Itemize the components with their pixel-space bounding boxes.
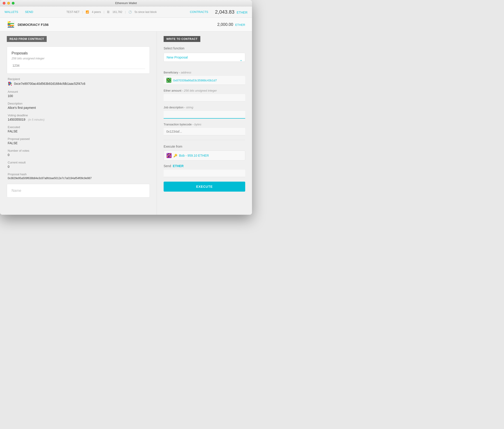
executed-label: Executed (8, 125, 149, 129)
beneficiary-field-group: Beneficiary - address (164, 71, 245, 85)
proposals-input[interactable] (12, 62, 145, 69)
voting-deadline-value: 1450355019 (in 5 minutes) (8, 118, 149, 121)
window-controls (3, 2, 15, 5)
peers-count: 4 peers (92, 10, 101, 14)
svg-rect-19 (11, 83, 12, 84)
svg-rect-42 (170, 81, 170, 82)
job-description-input[interactable]: Send 100 to Evel (164, 111, 245, 119)
transaction-bytecode-input[interactable] (164, 128, 245, 135)
svg-rect-8 (9, 26, 9, 27)
description-label: Description (8, 102, 149, 105)
clock-icon: 🕐 (129, 10, 132, 14)
right-panel: WRITE TO CONTRACT Select function New Pr… (157, 32, 252, 215)
svg-rect-47 (170, 153, 171, 154)
svg-rect-59 (170, 156, 171, 157)
send-ether-input[interactable]: 0 (164, 170, 245, 177)
voting-deadline-note: (in 5 minutes) (28, 118, 45, 121)
svg-rect-14 (9, 82, 10, 83)
svg-rect-10 (12, 26, 13, 27)
svg-rect-2 (9, 21, 10, 22)
name-title: Name (12, 189, 145, 193)
svg-rect-21 (9, 84, 10, 85)
read-contract-header: READ FROM CONTRACT (7, 36, 47, 42)
nav-right: CONTRACTS 2,043.83 ETHER (190, 9, 247, 15)
current-result-value: 0 (8, 165, 149, 169)
recipient-label: Recipient (8, 77, 149, 81)
function-select[interactable]: New ProposalVoteExecute Proposal (164, 53, 245, 62)
execute-from-label: Execute from (164, 145, 245, 148)
blocks-count: 161,782 (113, 10, 122, 14)
svg-rect-30 (170, 78, 170, 79)
svg-rect-28 (168, 78, 169, 79)
transaction-bytecode-label: Transaction bytecode - bytes (164, 123, 245, 126)
svg-rect-52 (167, 155, 168, 156)
contracts-nav-link[interactable]: CONTRACTS (190, 10, 208, 14)
beneficiary-address-field[interactable]: 0x870339a66a53c35988c43b1d7 (164, 76, 245, 85)
minimize-button[interactable] (7, 2, 10, 5)
nav-left: WALLETS SEND (5, 10, 33, 14)
proposal-hash-label: Proposal hash (8, 173, 149, 176)
wallets-nav-link[interactable]: WALLETS (5, 10, 18, 14)
svg-rect-36 (168, 80, 169, 81)
beneficiary-address: 0x870339a66a53c35988c43b1d7 (173, 79, 217, 82)
svg-rect-57 (168, 156, 169, 157)
proposal-hash-row: Proposal hash 0x3829e95a509f638b84e3c87a… (8, 173, 149, 180)
amount-value: 100 (8, 94, 149, 98)
svg-rect-15 (10, 82, 11, 83)
svg-rect-44 (167, 153, 168, 154)
svg-rect-34 (170, 79, 170, 80)
svg-rect-4 (8, 24, 9, 25)
svg-rect-29 (169, 78, 170, 79)
svg-rect-22 (10, 84, 11, 85)
svg-rect-56 (167, 156, 168, 157)
svg-rect-58 (169, 156, 170, 157)
svg-rect-53 (168, 155, 169, 156)
svg-rect-7 (8, 25, 14, 26)
svg-rect-49 (168, 154, 169, 155)
close-button[interactable] (3, 2, 5, 5)
beneficiary-label: Beneficiary - address (164, 71, 245, 74)
number-of-votes-label: Number of votes (8, 149, 149, 152)
left-panel: READ FROM CONTRACT Proposals 256 bits un… (0, 32, 157, 215)
proposals-title: Proposals (12, 51, 145, 55)
svg-rect-24 (9, 85, 10, 85)
proposal-hash-value: 0x3829e95a509f638b84e3c87a8fcbae5012e7c7… (8, 177, 149, 180)
number-of-votes-row: Number of votes 0 (8, 149, 149, 157)
svg-rect-46 (169, 153, 170, 154)
recipient-row: Recipient (8, 77, 149, 86)
send-nav-link[interactable]: SEND (25, 10, 33, 14)
svg-rect-35 (167, 80, 168, 81)
key-icon: 🔑 (173, 154, 177, 157)
current-result-row: Current result 0 (8, 161, 149, 169)
execute-from-box[interactable]: 🔑 Bob - 959.10 ETHER (164, 151, 245, 161)
ether-amount-field-group: Ether amount - 256 bits unsigned integer… (164, 89, 245, 102)
execute-account: Bob - 959.10 ETHER (179, 154, 209, 157)
contract-data: Recipient (7, 77, 150, 180)
nav-balance: 2,043.83 ETHER (215, 9, 247, 15)
svg-rect-25 (11, 85, 12, 85)
execute-button[interactable]: EXECUTE (164, 182, 245, 192)
proposal-passed-label: Proposal passed (8, 137, 149, 141)
svg-rect-33 (169, 79, 170, 80)
titlebar: Ethereum Wallet (0, 0, 252, 6)
current-result-label: Current result (8, 161, 149, 164)
svg-rect-40 (168, 81, 169, 82)
main-content: READ FROM CONTRACT Proposals 256 bits un… (0, 32, 252, 215)
svg-rect-6 (9, 24, 10, 25)
svg-rect-3 (8, 23, 14, 24)
svg-rect-27 (167, 78, 168, 79)
write-contract-header: WRITE TO CONTRACT (164, 36, 200, 42)
send-ether-token: ETHER (173, 164, 183, 168)
maximize-button[interactable] (12, 2, 15, 5)
svg-rect-50 (169, 154, 170, 155)
recipient-icon (8, 81, 12, 86)
execute-from-icon (166, 153, 172, 158)
svg-rect-18 (10, 83, 11, 84)
peers-icon: 📶 (86, 10, 89, 14)
ether-amount-input[interactable]: 100 (164, 94, 245, 102)
function-select-wrapper: New ProposalVoteExecute Proposal (164, 53, 245, 66)
svg-rect-9 (10, 26, 11, 27)
network-label: TEST-NET (66, 10, 79, 14)
svg-rect-41 (169, 81, 170, 82)
executed-value: FALSE (8, 129, 149, 133)
